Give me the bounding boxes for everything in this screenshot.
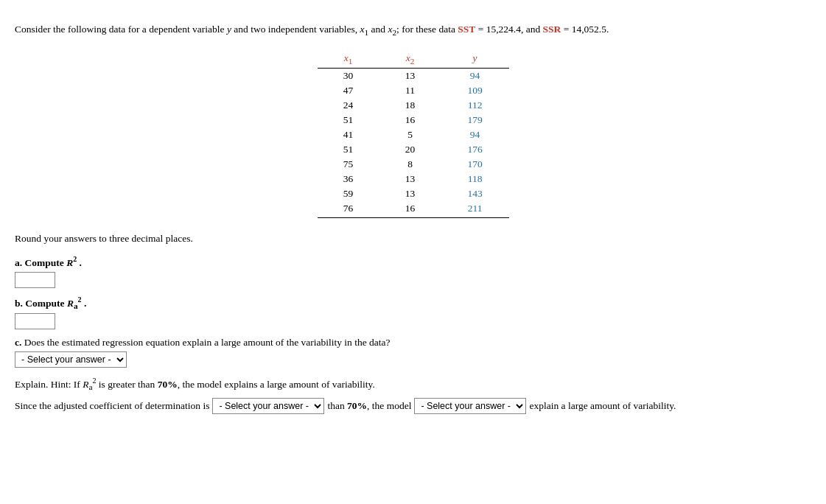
- table-cell-x2: 16: [379, 113, 441, 127]
- table-row: 7616211: [318, 201, 509, 218]
- table-row: 5913143: [318, 186, 509, 201]
- table-row: 3613118: [318, 172, 509, 186]
- table-cell-x1: 47: [318, 83, 379, 98]
- question-a-block: a. Compute R2 .: [15, 255, 811, 288]
- question-c-text: Does the estimated regression equation e…: [24, 337, 391, 348]
- table-cell-x2: 5: [379, 127, 441, 142]
- answer-a-input[interactable]: [15, 272, 55, 288]
- question-b-label: b. Compute Ra2 .: [15, 295, 811, 310]
- select3-dropdown[interactable]: - Select your answer - does does not: [414, 398, 526, 414]
- table-cell-x1: 36: [318, 172, 379, 186]
- table-row: 5116179: [318, 113, 509, 127]
- table-cell-x2: 20: [379, 142, 441, 157]
- select2-dropdown[interactable]: - Select your answer - greater than less…: [212, 398, 324, 414]
- answer-b-input[interactable]: [15, 313, 55, 329]
- table-cell-x2: 11: [379, 83, 441, 98]
- ssr-label: SSR: [543, 24, 561, 35]
- table-cell-x1: 51: [318, 113, 379, 127]
- table-cell-y: 170: [441, 157, 509, 172]
- table-row: 41594: [318, 127, 509, 142]
- table-cell-y: 109: [441, 83, 509, 98]
- sst-label: SST: [458, 24, 475, 35]
- table-cell-x1: 51: [318, 142, 379, 157]
- col-header-x1: x1: [318, 51, 379, 69]
- since-paragraph: Since the adjusted coefficient of determ…: [15, 398, 811, 414]
- since-text2: than 70%, the model: [327, 399, 411, 413]
- table-cell-x1: 59: [318, 186, 379, 201]
- table-row: 2418112: [318, 98, 509, 113]
- table-cell-x1: 41: [318, 127, 379, 142]
- table-cell-y: 176: [441, 142, 509, 157]
- table-cell-x1: 30: [318, 69, 379, 84]
- table-cell-x2: 16: [379, 201, 441, 218]
- select1-dropdown[interactable]: - Select your answer - Yes No: [15, 351, 127, 368]
- hint-paragraph: Explain. Hint: If Ra2 is greater than 70…: [15, 375, 811, 393]
- question-c-label: c. Does the estimated regression equatio…: [15, 337, 811, 349]
- select1-row: - Select your answer - Yes No: [15, 351, 811, 368]
- table-cell-x1: 24: [318, 98, 379, 113]
- table-cell-y: 118: [441, 172, 509, 186]
- table-cell-x2: 13: [379, 186, 441, 201]
- question-b-block: b. Compute Ra2 .: [15, 295, 811, 329]
- table-cell-x1: 76: [318, 201, 379, 218]
- table-cell-x2: 13: [379, 172, 441, 186]
- since-text1: Since the adjusted coefficient of determ…: [15, 399, 209, 413]
- var-y: y: [227, 24, 231, 35]
- table-row: 4711109: [318, 83, 509, 98]
- table-row: 5120176: [318, 142, 509, 157]
- table-cell-y: 112: [441, 98, 509, 113]
- table-cell-y: 94: [441, 69, 509, 84]
- table-cell-x2: 18: [379, 98, 441, 113]
- table-cell-y: 179: [441, 113, 509, 127]
- table-cell-y: 94: [441, 127, 509, 142]
- intro-paragraph: Consider the following data for a depend…: [15, 22, 811, 39]
- sub-x2: 2: [392, 28, 396, 37]
- table-cell-x2: 13: [379, 69, 441, 84]
- since-text3: explain a large amount of variability.: [529, 399, 676, 413]
- table-cell-x2: 8: [379, 157, 441, 172]
- data-table-wrapper: x1 x2 y 30139447111092418112511617941594…: [15, 51, 811, 219]
- table-cell-y: 211: [441, 201, 509, 218]
- question-a-label: a. Compute R2 .: [15, 255, 811, 269]
- col-header-x2: x2: [379, 51, 441, 69]
- round-note: Round your answers to three decimal plac…: [15, 233, 811, 245]
- table-cell-x1: 75: [318, 157, 379, 172]
- sub-x1: 1: [365, 28, 369, 37]
- table-cell-y: 143: [441, 186, 509, 201]
- table-row: 301394: [318, 69, 509, 84]
- question-c-block: c. Does the estimated regression equatio…: [15, 337, 811, 368]
- data-table: x1 x2 y 30139447111092418112511617941594…: [318, 51, 509, 219]
- table-row: 758170: [318, 157, 509, 172]
- col-header-y: y: [441, 51, 509, 69]
